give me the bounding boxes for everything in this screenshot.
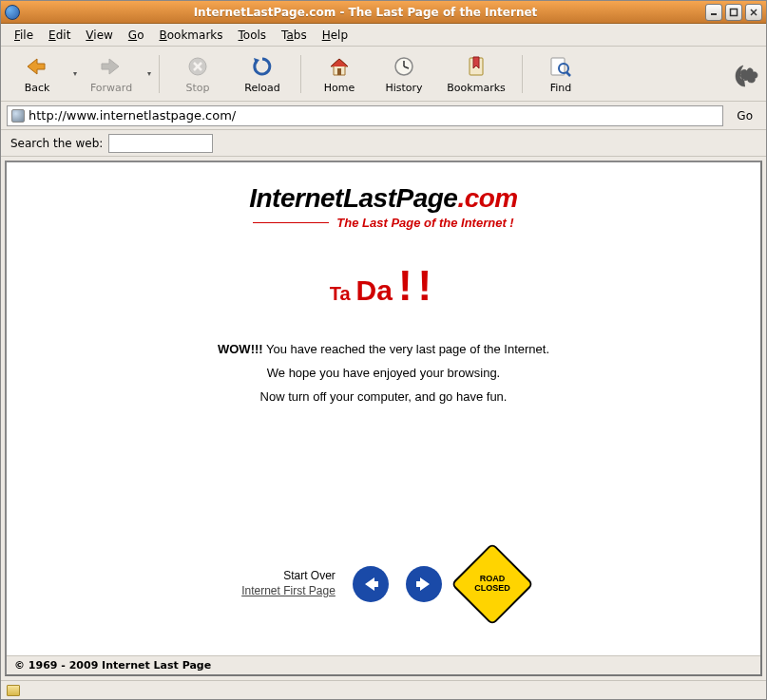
window-title: InternetLastPage.com - The Last Page of …	[26, 6, 705, 19]
road-closed-wrap: ROAD CLOSED	[459, 551, 526, 617]
favicon-icon	[11, 109, 25, 123]
svg-line-14	[566, 72, 570, 76]
back-icon	[24, 53, 50, 80]
svg-rect-7	[337, 68, 341, 75]
menu-go[interactable]: Go	[121, 26, 152, 45]
home-icon	[327, 53, 352, 80]
svg-rect-1	[731, 9, 738, 15]
logo-text: InternetLastPage.com	[249, 183, 518, 214]
maximize-button[interactable]	[725, 4, 742, 21]
menu-file[interactable]: File	[7, 26, 41, 45]
body-text: WOW!!! You have reached the very last pa…	[218, 332, 549, 413]
viewport: InternetLastPage.com The Last Page of th…	[5, 161, 762, 676]
logo-tagline: The Last Page of the Internet !	[336, 216, 513, 230]
find-button[interactable]: Find	[530, 49, 591, 99]
rule-line	[253, 222, 329, 223]
content-area: InternetLastPage.com The Last Page of th…	[1, 157, 766, 680]
body-line-2: We hope you have enjoyed your browsing.	[218, 366, 549, 380]
app-icon	[5, 5, 20, 20]
close-button[interactable]	[745, 4, 762, 21]
arrow-right-icon	[412, 573, 435, 596]
minimize-button[interactable]	[705, 4, 722, 21]
forward-button: Forward	[81, 49, 142, 99]
body-line-1: WOW!!! You have reached the very last pa…	[218, 342, 549, 356]
bookmarks-icon	[465, 53, 488, 80]
search-bar: Search the web:	[1, 130, 766, 157]
status-icon	[7, 685, 20, 696]
logo-block: InternetLastPage.com The Last Page of th…	[249, 183, 518, 230]
statusbar	[1, 680, 766, 699]
menu-tools[interactable]: Tools	[231, 26, 275, 45]
find-icon	[548, 53, 573, 80]
logo-tagline-row: The Last Page of the Internet !	[249, 216, 518, 230]
next-button[interactable]	[406, 566, 442, 602]
start-over-label: Start Over	[241, 569, 336, 584]
go-button[interactable]: Go	[729, 107, 760, 124]
throbber-icon	[730, 59, 760, 89]
bookmarks-button[interactable]: Bookmarks	[438, 49, 514, 99]
stop-button: Stop	[167, 49, 228, 99]
reload-button[interactable]: Reload	[232, 49, 293, 99]
menu-bookmarks[interactable]: Bookmarks	[151, 26, 230, 45]
address-input-wrap[interactable]	[7, 105, 723, 126]
copyright: © 1969 - 2009 Internet Last Page	[7, 655, 760, 674]
titlebar: InternetLastPage.com - The Last Page of …	[1, 1, 766, 24]
forward-dropdown-icon[interactable]: ▾	[147, 69, 151, 78]
address-input[interactable]	[29, 108, 719, 123]
back-button[interactable]: Back	[7, 49, 67, 99]
history-icon	[393, 53, 415, 80]
road-closed-text: ROAD CLOSED	[474, 575, 510, 594]
toolbar-separator	[300, 55, 301, 93]
arrow-left-icon	[359, 573, 382, 596]
history-button[interactable]: History	[374, 49, 434, 99]
back-dropdown-icon[interactable]: ▾	[73, 69, 77, 78]
prev-button[interactable]	[353, 566, 389, 602]
page-content: InternetLastPage.com The Last Page of th…	[7, 162, 760, 655]
first-page-link[interactable]: Internet First Page	[241, 584, 336, 597]
stop-icon	[186, 53, 209, 80]
browser-window: InternetLastPage.com - The Last Page of …	[0, 0, 767, 700]
road-closed-sign[interactable]: ROAD CLOSED	[451, 542, 534, 626]
window-controls	[705, 4, 762, 21]
start-over-block: Start Over Internet First Page	[241, 569, 336, 598]
menu-edit[interactable]: Edit	[41, 26, 78, 45]
menu-view[interactable]: View	[78, 26, 120, 45]
address-bar: Go	[1, 102, 766, 130]
search-input[interactable]	[108, 134, 213, 153]
forward-icon	[98, 53, 125, 80]
menu-help[interactable]: Help	[315, 26, 355, 45]
menubar: File Edit View Go Bookmarks Tools Tabs H…	[1, 24, 766, 47]
tada-heading: Ta Da !!	[330, 262, 438, 310]
toolbar: Back ▾ Forward ▾ Stop Reload	[1, 47, 766, 102]
body-line-3: Now turn off your computer, and go have …	[218, 389, 549, 404]
search-label: Search the web:	[10, 137, 103, 150]
nav-row: Start Over Internet First Page ROAD	[241, 551, 526, 617]
menu-tabs[interactable]: Tabs	[274, 26, 315, 45]
home-button[interactable]: Home	[309, 49, 370, 99]
reload-icon	[251, 53, 274, 80]
toolbar-separator	[522, 55, 523, 93]
toolbar-separator	[159, 55, 160, 93]
